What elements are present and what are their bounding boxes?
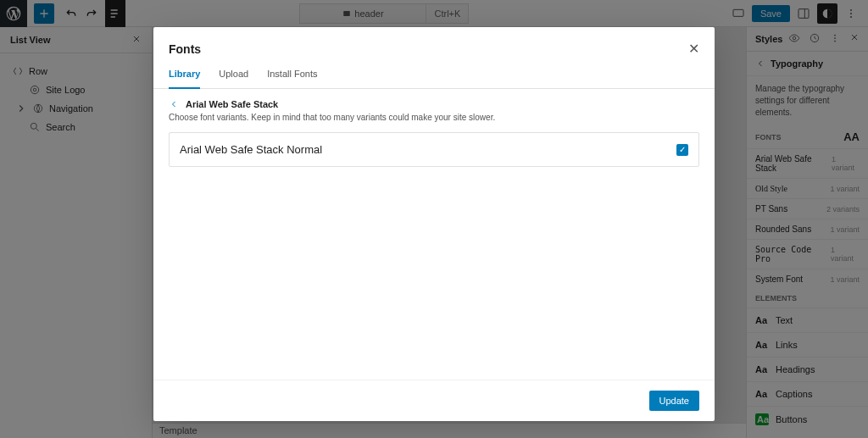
- tab-install-fonts[interactable]: Install Fonts: [267, 60, 317, 88]
- back-to-fonts[interactable]: Arial Web Safe Stack: [169, 99, 699, 109]
- font-hint: Choose font variants. Keep in mind that …: [169, 113, 699, 122]
- font-variant-row[interactable]: Arial Web Safe Stack Normal ✓: [169, 132, 699, 167]
- tab-upload[interactable]: Upload: [219, 60, 248, 88]
- modal-overlay: Fonts ✕ Library Upload Install Fonts Ari…: [0, 0, 868, 438]
- modal-title: Fonts: [169, 42, 201, 56]
- tab-library[interactable]: Library: [169, 60, 200, 89]
- update-button[interactable]: Update: [649, 391, 699, 411]
- fonts-modal: Fonts ✕ Library Upload Install Fonts Ari…: [153, 27, 715, 421]
- variant-checkbox[interactable]: ✓: [676, 144, 688, 156]
- variant-name: Arial Web Safe Stack Normal: [180, 143, 322, 156]
- close-modal-button[interactable]: ✕: [688, 41, 699, 57]
- font-detail-title: Arial Web Safe Stack: [186, 99, 278, 109]
